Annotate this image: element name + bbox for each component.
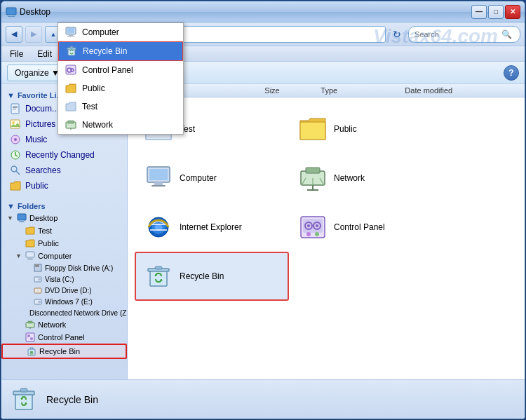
search-box[interactable]: 🔍 — [408, 26, 520, 43]
dropdown-network[interactable]: Network — [58, 116, 183, 134]
svg-rect-78 — [68, 121, 74, 123]
sidebar-item-public[interactable]: Public — [1, 178, 127, 194]
col-date[interactable]: Date modified — [400, 86, 499, 95]
network-icon-img — [299, 164, 327, 192]
file-menu[interactable]: File — [7, 49, 26, 59]
help-button[interactable]: ? — [504, 65, 519, 81]
sidebar-pictures-label: Pictures — [25, 119, 55, 129]
dropdown-network-icon — [65, 119, 76, 130]
folders-chevron: ▼ — [7, 202, 15, 210]
icon-network[interactable]: Network — [289, 154, 443, 203]
svg-rect-21 — [28, 257, 32, 259]
search-input[interactable] — [414, 30, 499, 39]
svg-rect-68 — [67, 28, 74, 33]
recently-changed-icon — [10, 149, 21, 161]
svg-rect-69 — [69, 34, 73, 36]
computer-icon — [144, 165, 173, 191]
icon-recycle[interactable]: Recycle Bin — [135, 252, 289, 301]
dropdown-computer[interactable]: Computer — [58, 23, 183, 41]
tree-disconnected[interactable]: Disconnected Network Drive (Z:) — [1, 307, 127, 318]
dropdown-cp-icon — [65, 65, 76, 76]
network-icon — [299, 165, 327, 191]
icon-computer[interactable]: Computer — [135, 154, 289, 203]
tree-dvd[interactable]: DVD Drive (D:) — [1, 285, 127, 296]
icon-control-panel[interactable]: Control Panel — [289, 203, 443, 252]
tree-desktop[interactable]: ▼ Desktop — [1, 212, 127, 224]
svg-rect-2 — [8, 16, 15, 17]
hd-tree-icon-win7 — [34, 297, 42, 306]
icon-public[interactable]: Public — [289, 104, 443, 154]
dropdown-test-label: Test — [82, 102, 97, 111]
dropdown-computer-icon — [65, 27, 76, 38]
svg-point-13 — [14, 138, 17, 141]
title-bar-left: Desktop — [6, 6, 50, 18]
svg-rect-24 — [35, 264, 39, 267]
desktop-dropdown: Computer Recycle Bin — [58, 22, 184, 135]
tree-computer[interactable]: ▼ Computer — [1, 250, 127, 262]
dropdown-recycle[interactable]: Recycle Bin — [58, 41, 183, 61]
svg-point-38 — [30, 337, 33, 340]
refresh-button[interactable]: ↻ — [389, 26, 405, 43]
maximize-button[interactable]: □ — [488, 5, 504, 19]
folders-header[interactable]: ▼ Folders — [1, 198, 127, 212]
dropdown-network-label: Network — [82, 120, 113, 130]
svg-rect-73 — [70, 46, 73, 48]
recycle-icon-label: Recycle Bin — [180, 271, 224, 281]
col-size[interactable]: Size — [260, 86, 316, 95]
searches-icon — [10, 165, 21, 176]
ie-icon-img — [144, 213, 173, 241]
svg-point-30 — [38, 301, 41, 304]
tree-public[interactable]: Public — [1, 237, 127, 250]
ie-icon-label: Internet Explorer — [180, 222, 242, 232]
svg-point-28 — [36, 290, 39, 292]
svg-rect-18 — [20, 220, 24, 222]
computer-icon-img — [144, 164, 173, 192]
tree-network[interactable]: Network — [1, 318, 127, 331]
svg-point-56 — [315, 232, 319, 236]
tree-recycle-bin[interactable]: Recycle Bin — [1, 344, 127, 359]
public-icon-label: Public — [334, 124, 357, 134]
music-icon — [10, 134, 21, 145]
svg-point-55 — [306, 232, 311, 236]
search-icon[interactable]: 🔍 — [501, 29, 512, 39]
sidebar-item-recently-changed[interactable]: Recently Changed — [1, 147, 127, 163]
pictures-icon — [10, 118, 21, 130]
tree-desktop-label: Desktop — [29, 214, 58, 222]
tree-control-panel[interactable]: Control Panel — [1, 331, 127, 344]
status-icon — [10, 386, 38, 414]
close-button[interactable]: ✕ — [505, 5, 520, 19]
svg-rect-36 — [26, 333, 34, 341]
status-text: Recycle Bin — [46, 394, 98, 405]
sidebar-item-searches[interactable]: Searches — [1, 163, 127, 178]
computer-icon-label: Computer — [180, 173, 217, 183]
tree-expand-desktop: ▼ — [7, 215, 14, 222]
tree-test[interactable]: Test — [1, 224, 127, 237]
col-type[interactable]: Type — [316, 86, 400, 95]
cp-icon-img — [299, 213, 327, 241]
svg-rect-43 — [151, 185, 166, 187]
icon-ie[interactable]: Internet Explorer — [135, 203, 289, 252]
tree-floppy[interactable]: Floppy Disk Drive (A:) — [1, 262, 127, 273]
column-headers: Name Size Type Date modified — [128, 84, 525, 97]
svg-rect-47 — [307, 189, 318, 191]
dropdown-control-panel[interactable]: Control Panel — [58, 61, 183, 79]
dropdown-recycle-icon — [66, 46, 77, 57]
back-button[interactable]: ◀ — [6, 26, 22, 43]
svg-point-15 — [11, 166, 17, 172]
edit-menu[interactable]: Edit — [34, 49, 55, 59]
folder-tree-icon-public — [25, 238, 35, 248]
dropdown-test[interactable]: Test — [58, 97, 183, 116]
dropdown-recycle-label: Recycle Bin — [83, 46, 127, 56]
title-bar-controls: — □ ✕ — [471, 5, 520, 19]
recycle-tree-icon — [27, 346, 36, 356]
network-tree-icon — [25, 320, 35, 330]
dropdown-public[interactable]: Public — [58, 79, 183, 97]
hd-tree-icon-vista — [34, 275, 42, 283]
tree-vista[interactable]: Vista (C:) — [1, 273, 127, 285]
forward-button[interactable]: ▶ — [25, 26, 42, 43]
status-bar: Recycle Bin — [1, 379, 525, 419]
svg-rect-42 — [154, 182, 163, 185]
tree-win7[interactable]: Windows 7 (E:) — [1, 296, 127, 307]
minimize-button[interactable]: — — [471, 5, 487, 19]
dropdown-computer-label: Computer — [82, 27, 119, 37]
